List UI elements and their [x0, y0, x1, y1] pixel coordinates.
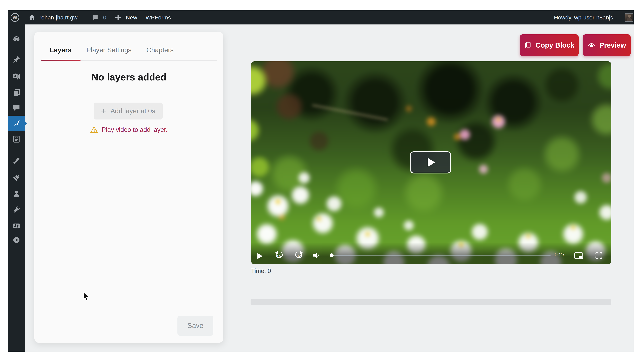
comment-bubble-icon [92, 14, 98, 21]
copy-block-button[interactable]: Copy Block [520, 34, 578, 56]
presto-player-plane-icon [12, 119, 20, 127]
sidebar-item-media[interactable] [8, 70, 25, 82]
picture-in-picture-icon [574, 252, 583, 259]
user-avatar[interactable] [625, 10, 633, 24]
volume-icon [312, 252, 320, 259]
sidebar-item-video[interactable] [8, 234, 25, 246]
current-time-readout: Time: 0 [251, 268, 271, 275]
play-button[interactable] [257, 253, 263, 259]
preview-label: Preview [600, 41, 626, 49]
sidebar-item-users[interactable] [8, 188, 25, 200]
plus-icon [115, 14, 121, 21]
form-clipboard-icon [12, 135, 20, 143]
forward-10-icon: 10 [294, 251, 304, 260]
rewind-10-icon: 10 [274, 251, 284, 260]
remaining-time: -0:27 [553, 252, 565, 258]
new-label[interactable]: New [126, 10, 137, 24]
browser-screenshot-frame: W rohan-jha.rt.gw 0 New WPForms Howdy, w… [8, 10, 634, 352]
comments-count: 0 [103, 10, 106, 24]
seek-track[interactable] [334, 255, 550, 256]
seek-handle[interactable] [330, 253, 334, 257]
sidebar-item-tools[interactable] [8, 204, 25, 216]
sidebar-item-dashboard[interactable] [8, 33, 25, 45]
copy-icon [524, 41, 532, 49]
pip-button[interactable] [574, 252, 583, 259]
presto-layers-panel: Layers Player Settings Chapters No layer… [34, 32, 224, 343]
wordpress-logo-icon: W [10, 13, 19, 22]
forward-10-button[interactable]: 10 [294, 251, 304, 260]
volume-button[interactable] [312, 252, 320, 259]
fullscreen-button[interactable] [595, 252, 602, 259]
settings-sliders-icon [12, 222, 20, 230]
empty-state-title: No layers added [34, 71, 224, 83]
panel-tabs: Layers Player Settings Chapters [50, 46, 174, 54]
sidebar-item-plugins[interactable] [8, 171, 25, 183]
wordpress-menu[interactable]: W [10, 10, 19, 24]
main-content: Layers Player Settings Chapters No layer… [25, 24, 634, 352]
comments-menu[interactable] [92, 10, 98, 24]
player-controls-bar: 10 10 -0:27 [251, 242, 611, 264]
play-icon [257, 253, 263, 259]
rewind-10-button[interactable]: 10 [274, 251, 284, 260]
wrench-icon [12, 206, 20, 214]
tab-layers[interactable]: Layers [50, 46, 72, 54]
new-content-menu[interactable] [115, 10, 121, 24]
avatar-image [625, 13, 633, 22]
pushpin-icon [12, 56, 20, 63]
comments-icon [12, 104, 20, 112]
play-circle-icon [12, 236, 20, 244]
warning-text: Play video to add layer. [102, 126, 168, 133]
sidebar-item-settings[interactable] [8, 220, 25, 232]
warning-row: Play video to add layer. [34, 126, 224, 133]
media-camera-icon [12, 72, 20, 80]
sidebar-item-posts[interactable] [8, 53, 25, 65]
pages-icon [12, 89, 20, 96]
timeline-scrubber-bar[interactable] [250, 299, 611, 305]
save-button[interactable]: Save [178, 316, 213, 336]
wp-admin-bar: W rohan-jha.rt.gw 0 New WPForms Howdy, w… [8, 10, 634, 24]
site-name[interactable]: rohan-jha.rt.gw [40, 10, 78, 24]
howdy-account-menu[interactable]: Howdy, wp-user-n8anjs [554, 10, 613, 24]
eye-icon [587, 42, 596, 48]
sidebar-item-comments[interactable] [8, 102, 25, 114]
warning-triangle-icon [90, 126, 98, 133]
svg-text:10: 10 [276, 255, 281, 259]
add-layer-button[interactable]: + Add layer at 0s [94, 103, 163, 119]
svg-text:10: 10 [297, 255, 301, 259]
plug-icon [12, 173, 20, 181]
user-icon [12, 190, 20, 198]
big-play-button[interactable] [410, 151, 451, 173]
video-player[interactable]: 10 10 -0:27 [251, 61, 611, 264]
dashboard-gauge-icon [12, 35, 20, 43]
sidebar-item-presto-player-active[interactable] [8, 116, 25, 131]
site-link[interactable] [29, 10, 36, 24]
sidebar-item-forms[interactable] [8, 133, 25, 145]
sidebar-item-pages[interactable] [8, 87, 25, 99]
play-triangle-icon [428, 158, 435, 167]
tab-player-settings[interactable]: Player Settings [86, 46, 132, 54]
paintbrush-icon [12, 157, 20, 165]
sidebar-item-appearance[interactable] [8, 155, 25, 167]
wpforms-menu[interactable]: WPForms [146, 10, 171, 24]
active-menu-arrow [25, 121, 27, 126]
copy-block-label: Copy Block [536, 41, 574, 49]
mouse-cursor [82, 292, 90, 302]
add-layer-label: Add layer at 0s [110, 107, 155, 115]
active-tab-underline [42, 60, 80, 61]
home-icon [29, 14, 36, 21]
tab-chapters[interactable]: Chapters [146, 46, 174, 54]
wp-admin-sidebar [8, 24, 25, 352]
fullscreen-icon [595, 252, 602, 259]
preview-button[interactable]: Preview [583, 34, 630, 56]
